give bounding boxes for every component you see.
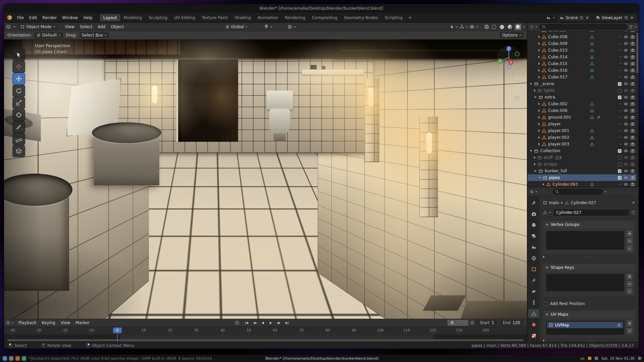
chevron-down-icon[interactable]	[604, 191, 606, 193]
camera-icon[interactable]	[630, 115, 635, 120]
add-workspace-button[interactable]: +	[406, 14, 414, 21]
properties-tab-view-layer[interactable]	[529, 232, 539, 240]
workspace-tab-layout[interactable]: Layout	[100, 14, 120, 21]
outliner-row-Cube.016[interactable]: Cube.016	[528, 67, 636, 74]
eye-icon[interactable]	[624, 68, 628, 73]
outliner-editor-icon[interactable]	[530, 25, 534, 29]
properties-tab-data[interactable]	[529, 309, 539, 317]
collection-exclude-checkbox[interactable]	[618, 156, 622, 160]
remove-shape-key-button[interactable]: −	[627, 281, 633, 287]
transport-next-key-button[interactable]	[275, 320, 282, 326]
add-shape-key-button[interactable]: +	[627, 274, 633, 280]
workspace-tab-scripting[interactable]: Scripting	[381, 14, 406, 21]
expand-data-icon[interactable]	[620, 31, 622, 32]
properties-tab-constraints[interactable]	[529, 298, 539, 306]
properties-tab-scene[interactable]	[529, 243, 539, 251]
eye-icon[interactable]	[624, 35, 628, 39]
outliner-row-ground.001[interactable]: ground.001	[528, 114, 636, 121]
expand-right-icon[interactable]	[543, 183, 544, 186]
auto-key-icon[interactable]	[235, 320, 239, 325]
camera-view-icon[interactable]	[514, 95, 520, 101]
shading-rendered-button[interactable]	[515, 24, 521, 30]
expand-right-icon[interactable]	[534, 156, 536, 159]
camera-icon[interactable]	[630, 175, 635, 180]
expand-right-icon[interactable]	[538, 103, 540, 105]
taskbar-gimp-window[interactable]: *[bunkerit] (exported)-79.0 (RGB color 8…	[29, 356, 217, 361]
empty-object-gizmo[interactable]	[164, 96, 173, 104]
overlays-toggle-icon[interactable]	[470, 24, 474, 29]
expand-right-icon[interactable]	[538, 76, 540, 78]
expand-right-icon[interactable]	[538, 129, 540, 132]
camera-icon[interactable]	[630, 135, 635, 140]
tray-icon[interactable]	[588, 357, 591, 360]
expand-right-icon[interactable]	[538, 69, 540, 72]
expand-down-icon[interactable]	[534, 170, 537, 172]
outliner-row-bunker_full[interactable]: bunker_full	[528, 168, 636, 174]
properties-tab-material[interactable]	[529, 320, 539, 328]
drag-handle[interactable]: ::::	[587, 255, 593, 258]
properties-tab-modifiers[interactable]	[529, 276, 539, 284]
camera-icon[interactable]	[630, 68, 635, 73]
active-render-icon[interactable]	[617, 323, 621, 327]
frame-end-field[interactable]: End 120	[499, 320, 524, 326]
shading-solid-button[interactable]	[499, 24, 505, 30]
collection-exclude-checkbox[interactable]	[618, 169, 622, 173]
add-rest-position-checkbox[interactable]	[544, 302, 547, 306]
expand-data-icon[interactable]	[620, 43, 622, 45]
eye-icon[interactable]	[624, 142, 628, 146]
properties-tab-world[interactable]	[529, 254, 539, 262]
eye-icon[interactable]	[624, 81, 628, 86]
playhead-line[interactable]	[117, 335, 118, 342]
eye-icon[interactable]	[624, 169, 628, 173]
expand-data-icon[interactable]	[620, 130, 622, 132]
eye-icon[interactable]	[624, 61, 628, 66]
expand-right-icon[interactable]	[538, 62, 540, 65]
camera-icon[interactable]	[630, 148, 635, 153]
empty-object-gizmo[interactable]	[350, 95, 359, 103]
expand-data-icon[interactable]	[620, 77, 622, 79]
timeline-menu-marker[interactable]: Marker	[73, 320, 92, 326]
expand-data-icon[interactable]	[620, 124, 622, 126]
outliner-row-pipes[interactable]: pipes	[528, 174, 636, 181]
timeline-scrollbar[interactable]	[7, 339, 524, 341]
zoom-icon[interactable]	[514, 74, 520, 80]
timeline-editor-icon[interactable]	[6, 321, 10, 325]
orientation-setting-dropdown[interactable]: Default	[34, 32, 63, 38]
outliner-row-player.001[interactable]: player.001	[528, 127, 636, 134]
eye-icon[interactable]	[624, 122, 628, 126]
camera-icon[interactable]	[630, 169, 635, 173]
properties-search-input[interactable]	[552, 189, 603, 195]
chevron-down-icon[interactable]	[294, 26, 296, 28]
outliner-row-Cube.008[interactable]: Cube.008	[528, 34, 636, 40]
camera-icon[interactable]	[630, 55, 635, 59]
expand-data-icon[interactable]	[620, 137, 622, 139]
workspace-tab-texture-paint[interactable]: Texture Paint	[199, 14, 231, 21]
menu-help[interactable]: Help	[80, 14, 95, 21]
camera-icon[interactable]	[630, 102, 635, 106]
magnet-icon[interactable]	[264, 24, 269, 29]
timeline-menu-playback[interactable]: Playback	[16, 320, 39, 326]
transport-jump-start-button[interactable]	[243, 320, 250, 326]
collection-exclude-checkbox[interactable]	[618, 96, 622, 99]
chevron-down-icon[interactable]	[476, 26, 478, 28]
shading-wireframe-button[interactable]	[491, 24, 497, 30]
expand-right-icon[interactable]	[534, 89, 536, 92]
expand-data-icon[interactable]	[620, 70, 622, 72]
chevron-down-icon[interactable]	[270, 26, 272, 28]
new-scene-icon[interactable]	[580, 16, 584, 20]
expand-down-icon[interactable]	[530, 150, 532, 152]
collection-exclude-checkbox[interactable]	[618, 89, 622, 93]
transport-play-back-button[interactable]	[259, 320, 266, 326]
drag-handle[interactable]: ::::	[587, 339, 593, 342]
expand-right-icon[interactable]	[538, 143, 540, 145]
new-layer-icon[interactable]	[624, 16, 628, 20]
properties-tab-object[interactable]	[529, 265, 539, 273]
shape-keys-list[interactable]	[546, 274, 625, 292]
chevron-down-icon[interactable]	[456, 26, 458, 28]
chevron-down-icon[interactable]	[466, 26, 468, 28]
chevron-down-icon[interactable]	[635, 26, 637, 28]
properties-tab-physics[interactable]	[529, 287, 539, 295]
eye-icon[interactable]	[624, 128, 628, 133]
outliner-row-Cube.015[interactable]: Cube.015	[528, 60, 636, 67]
uv-maps-list[interactable]: UVMap	[546, 320, 625, 335]
